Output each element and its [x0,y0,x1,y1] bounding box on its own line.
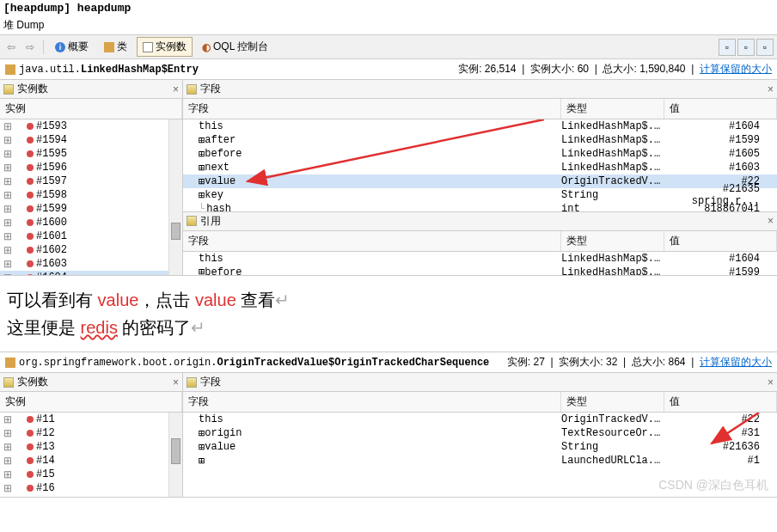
instance-row[interactable]: ⊞#1595 [0,147,182,161]
oql-icon: ◐ [202,41,211,53]
field-row[interactable]: ⊞valueString#21636 [183,440,777,454]
back-button[interactable]: ⇦ [3,40,19,55]
instance-row[interactable]: ⊞#1603 [0,257,182,271]
instance-row[interactable]: ⊞#1594 [0,133,182,147]
compute-retained-link[interactable]: 计算保留的大小 [700,356,772,368]
instance-row[interactable]: ⊞#1601 [0,229,182,243]
instance-icon [143,42,153,52]
class-name-1: java.util.LinkedHashMap$Entry [19,64,199,76]
col-type: 类型 [561,392,664,412]
toolbar-btn-1[interactable]: ▫ [719,39,736,56]
toolbar-btn-3[interactable]: ▫ [756,39,774,56]
close-icon[interactable]: × [173,376,179,388]
class-icon [5,358,15,368]
col-type: 类型 [561,231,664,251]
close-icon[interactable]: × [768,83,774,95]
fields-panel-header: 字段 × [183,80,777,99]
oql-tab[interactable]: ◐OQL 控制台 [196,37,274,57]
class-icon [104,42,114,52]
class-name-2: org.springframework.boot.origin.OriginTr… [19,357,489,369]
instances-tab[interactable]: 实例数 [137,37,193,57]
field-row[interactable]: ⊞beforeLinkedHashMap$...#1605 [183,147,777,161]
instance-row[interactable]: ⊞#15 [0,468,182,481]
class-bar-1: java.util.LinkedHashMap$Entry 实例: 26,514… [0,59,777,80]
field-row[interactable]: ⊞LaunchedURLCla...#1 [183,454,777,468]
field-row[interactable]: ⊞nextLinkedHashMap$...#1603 [183,161,777,174]
instance-row[interactable]: ⊞#1600 [0,216,182,229]
toolbar-btn-2[interactable]: ▫ [737,39,755,56]
col-value: 值 [664,392,777,412]
col-field: 字段 [183,392,561,412]
field-row[interactable]: ⊞keyString#21635 spring.r... [183,188,777,202]
instance-row[interactable]: ⊞#1604 [0,271,182,275]
compute-retained-link[interactable]: 计算保留的大小 [700,63,772,75]
field-row[interactable]: thisLinkedHashMap$...#1604 [183,119,777,133]
panel-icon [3,84,14,95]
subtitle: 堆 Dump [0,16,777,34]
class-stats-2: 实例: 27 | 实例大小: 32 | 总大小: 864 | 计算保留的大小 [507,355,772,370]
panel-icon [187,216,197,226]
instance-row[interactable]: ⊞#16 [0,481,182,495]
fields-tree-1[interactable]: thisLinkedHashMap$...#1604⊞afterLinkedHa… [183,119,777,211]
class-bar-2: org.springframework.boot.origin.OriginTr… [0,352,777,373]
refs-tree-1[interactable]: thisLinkedHashMap$...#1604⊞beforeLinkedH… [183,252,777,275]
class-stats-1: 实例: 26,514 | 实例大小: 60 | 总大小: 1,590,840 |… [458,62,772,76]
class-icon [5,64,15,75]
fields-panel-header-2: 字段 × [183,373,777,392]
classes-tab[interactable]: 类 [98,37,133,57]
field-row[interactable]: thisOriginTrackedV...#22 [183,413,777,426]
instance-row[interactable]: ⊞#12 [0,426,182,440]
instance-row[interactable]: ⊞#14 [0,454,182,468]
instance-row[interactable]: ⊞#1599 [0,202,182,216]
field-row[interactable]: └hashint818867041 [183,202,777,211]
instance-row[interactable]: ⊞#13 [0,440,182,454]
field-row[interactable]: ⊞originTextResourceOr...#31 [183,426,777,440]
instances-list-1[interactable]: ⊞#1593⊞#1594⊞#1595⊞#1596⊞#1597⊞#1598⊞#15… [0,119,182,275]
instance-row[interactable]: ⊞#1597 [0,174,182,188]
instance-row[interactable]: ⊞#17 [0,495,182,497]
annotation-text: 可以看到有 value，点击 value 查看↵ 这里便是 redis 的密码了… [0,276,777,352]
panel-icon [187,377,197,388]
close-icon[interactable]: × [768,376,774,388]
instance-row[interactable]: ⊞#1596 [0,161,182,174]
close-icon[interactable]: × [173,83,179,95]
window-title: [heapdump] heapdump [0,0,777,16]
overview-tab[interactable]: i概要 [49,37,95,57]
col-field: 字段 [183,99,561,119]
col-instance: 实例 [0,99,182,119]
instances-panel-header-2: 实例数 × [0,373,182,392]
col-value: 值 [664,231,777,251]
instance-row[interactable]: ⊞#1593 [0,119,182,133]
panel-icon [187,84,197,95]
forward-button[interactable]: ⇨ [22,40,38,55]
instances-list-2[interactable]: ⊞#11⊞#12⊞#13⊞#14⊞#15⊞#16⊞#17 [0,413,182,497]
col-value: 值 [664,99,777,119]
col-type: 类型 [561,99,664,119]
refs-panel-header: 引用 × [183,211,777,231]
instance-row[interactable]: ⊞#11 [0,413,182,426]
field-row[interactable]: ⊞afterLinkedHashMap$...#1599 [183,133,777,147]
col-instance: 实例 [0,392,182,412]
instance-row[interactable]: ⊞#1602 [0,243,182,257]
field-row[interactable]: ⊞beforeLinkedHashMap$...#1599 [183,266,777,275]
instances-panel-header: 实例数 × [0,80,182,99]
toolbar: ⇦ ⇨ i概要 类 实例数 ◐OQL 控制台 ▫ ▫ ▫ [0,34,777,59]
field-row[interactable]: thisLinkedHashMap$...#1604 [183,252,777,266]
instance-row[interactable]: ⊞#1598 [0,188,182,202]
close-icon[interactable]: × [768,215,774,227]
info-icon: i [55,42,65,52]
col-field: 字段 [183,231,561,251]
watermark: CSDN @深白色耳机 [658,478,768,493]
panel-icon [3,377,14,388]
